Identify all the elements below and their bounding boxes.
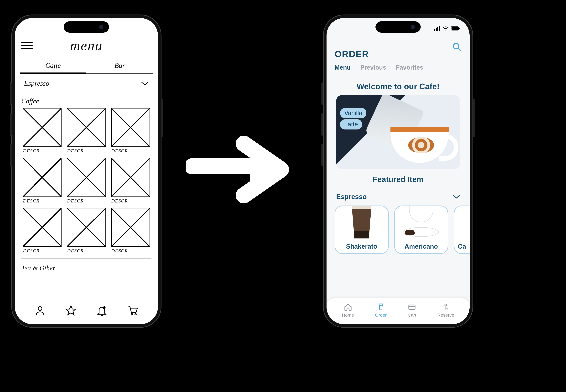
svg-rect-16: [409, 305, 415, 309]
image-placeholder: [111, 208, 150, 247]
product-label: Ca: [458, 243, 466, 250]
screen-hifi: ORDER Menu Previous Favorites Welcome to…: [326, 18, 470, 324]
item-desc: DESCR: [67, 148, 106, 154]
wireframe-grid: DESCR DESCR DESCR DESCR DESCR DESCR DESC…: [15, 107, 158, 257]
grid-item[interactable]: DESCR: [67, 108, 106, 154]
item-desc: DESCR: [111, 148, 150, 154]
svg-rect-8: [439, 26, 440, 31]
item-desc: DESCR: [111, 248, 150, 253]
image-placeholder: [23, 108, 61, 147]
image-placeholder: [111, 158, 150, 197]
svg-point-0: [38, 307, 42, 310]
svg-point-4: [135, 314, 136, 315]
accordion-label: Espresso: [24, 79, 49, 87]
wireframe-title: menu: [38, 38, 135, 54]
grid-item[interactable]: DESCR: [23, 208, 61, 253]
product-label: Americano: [405, 243, 438, 250]
signal-icon: [434, 26, 440, 31]
user-icon[interactable]: [34, 305, 46, 316]
svg-line-14: [458, 48, 461, 51]
card-icon: [408, 303, 416, 311]
nav-order[interactable]: Order: [375, 303, 387, 318]
home-icon: [344, 303, 352, 311]
hero-image[interactable]: Vanilla Latte: [336, 95, 460, 169]
svg-rect-6: [436, 28, 437, 31]
section-title-coffee: Coffee: [15, 93, 158, 107]
subtab-menu[interactable]: Menu: [335, 64, 351, 71]
nav-reserve[interactable]: Reserve: [437, 303, 454, 318]
battery-icon: [451, 26, 460, 31]
nav-label: Cart: [408, 313, 416, 318]
page-title: ORDER: [335, 49, 462, 59]
nav-label: Home: [342, 313, 354, 318]
divider: [21, 258, 152, 259]
screen-wireframe: menu Caffe Bar Espresso Coffee DESCR DES…: [15, 18, 158, 324]
tab-bar[interactable]: Bar: [86, 58, 153, 74]
svg-point-18: [445, 304, 447, 306]
item-desc: DESCR: [23, 248, 61, 253]
grid-item[interactable]: DESCR: [23, 108, 61, 154]
subtab-previous[interactable]: Previous: [360, 64, 386, 71]
search-icon[interactable]: [452, 42, 462, 52]
hero-chip: Vanilla: [340, 108, 367, 118]
grid-item[interactable]: DESCR: [111, 208, 150, 253]
product-card-shakerato[interactable]: Shakerato: [335, 206, 389, 254]
hero-chip: Latte: [340, 119, 362, 129]
subtabs: Menu Previous Favorites: [335, 64, 462, 71]
phone-hifi: ORDER Menu Previous Favorites Welcome to…: [323, 14, 473, 328]
grid-item[interactable]: DESCR: [67, 208, 106, 253]
arrow-icon: [186, 134, 292, 205]
item-desc: DESCR: [111, 198, 150, 204]
svg-point-9: [445, 30, 446, 30]
accordion-espresso[interactable]: Espresso: [18, 74, 155, 93]
subtab-favorites[interactable]: Favorites: [396, 64, 423, 71]
category-row[interactable]: Espresso: [326, 188, 470, 206]
welcome-heading: Welcome to our Cafe!: [326, 82, 470, 91]
star-icon[interactable]: [65, 305, 77, 316]
image-placeholder: [23, 208, 61, 247]
chevron-down-icon: [453, 195, 460, 199]
status-bar: [434, 26, 460, 31]
nav-cart[interactable]: Cart: [408, 303, 416, 318]
item-desc: DESCR: [23, 198, 61, 204]
featured-label: Featured Item: [326, 175, 470, 184]
product-label: Shakerato: [346, 243, 377, 250]
drink-image: [349, 206, 374, 238]
latte-art: [408, 137, 434, 153]
grid-item[interactable]: DESCR: [111, 158, 150, 203]
image-placeholder: [111, 108, 150, 147]
product-cards[interactable]: Shakerato Americano Ca: [326, 206, 470, 254]
wireframe-tabs: Caffe Bar: [20, 58, 153, 74]
bell-icon[interactable]: [96, 305, 108, 316]
grid-item[interactable]: DESCR: [23, 158, 61, 203]
product-card-americano[interactable]: Americano: [394, 206, 448, 254]
image-placeholder: [23, 158, 61, 197]
hamburger-icon[interactable]: [21, 42, 33, 49]
reserve-icon: [442, 303, 450, 311]
svg-rect-12: [459, 28, 460, 29]
bottom-nav: Home Order Cart Reserve: [326, 298, 470, 324]
nav-home[interactable]: Home: [342, 303, 354, 318]
tab-caffe[interactable]: Caffe: [20, 58, 86, 74]
chevron-down-icon: [141, 81, 149, 86]
drink-image: [403, 206, 439, 237]
image-placeholder: [67, 208, 106, 247]
grid-item[interactable]: DESCR: [67, 158, 106, 203]
cart-icon[interactable]: [127, 305, 138, 316]
image-placeholder: [67, 158, 106, 197]
section-title-tea: Tea & Other: [15, 260, 158, 274]
nav-label: Reserve: [437, 313, 454, 318]
notch: [375, 21, 421, 33]
svg-point-3: [131, 314, 133, 315]
image-placeholder: [67, 108, 106, 147]
divider: [326, 75, 470, 75]
grid-item[interactable]: DESCR: [111, 108, 150, 154]
item-desc: DESCR: [67, 248, 106, 253]
nav-label: Order: [375, 313, 387, 318]
phone-wireframe: menu Caffe Bar Espresso Coffee DESCR DES…: [11, 14, 161, 328]
wireframe-bottom-nav: [15, 302, 158, 319]
wifi-icon: [443, 26, 449, 31]
product-card-partial[interactable]: Ca: [454, 206, 470, 254]
svg-rect-5: [434, 29, 435, 31]
svg-rect-7: [437, 27, 438, 31]
